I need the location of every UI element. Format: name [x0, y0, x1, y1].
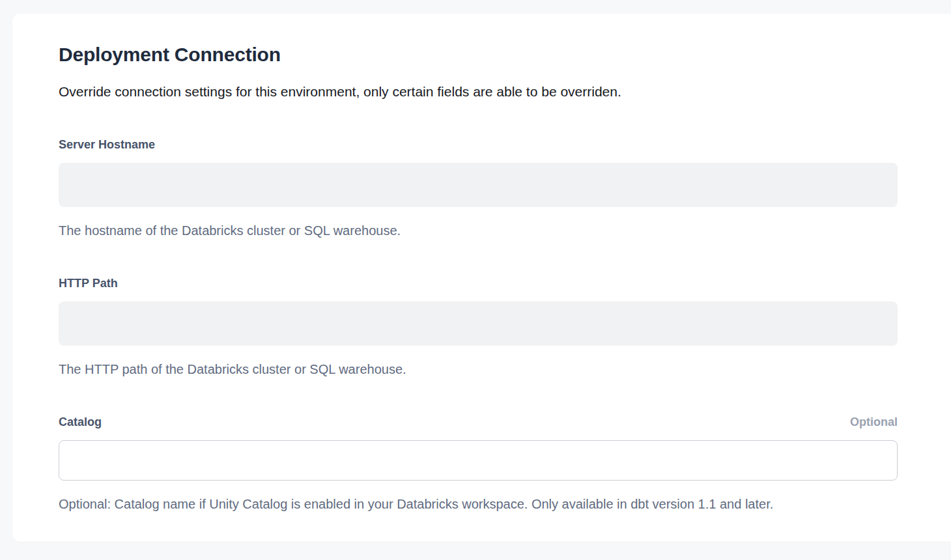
catalog-helper: Optional: Catalog name if Unity Catalog …	[59, 495, 898, 513]
catalog-input[interactable]	[59, 440, 898, 481]
field-catalog: Catalog Optional Optional: Catalog name …	[59, 414, 898, 513]
catalog-optional-badge: Optional	[850, 414, 898, 430]
field-label-row: HTTP Path	[59, 275, 898, 291]
server-hostname-helper: The hostname of the Databricks cluster o…	[59, 221, 898, 240]
settings-card: Deployment Connection Override connectio…	[12, 14, 951, 542]
server-hostname-label: Server Hostname	[59, 137, 155, 152]
field-label-row: Server Hostname	[59, 137, 898, 152]
catalog-label: Catalog	[59, 414, 102, 430]
page-subtitle: Override connection settings for this en…	[59, 83, 898, 101]
field-label-row: Catalog Optional	[59, 414, 898, 430]
page-title: Deployment Connection	[59, 43, 898, 66]
http-path-helper: The HTTP path of the Databricks cluster …	[59, 360, 898, 378]
http-path-input	[59, 301, 898, 346]
server-hostname-input	[59, 163, 898, 207]
http-path-label: HTTP Path	[59, 275, 118, 291]
field-server-hostname: Server Hostname The hostname of the Data…	[59, 137, 898, 240]
settings-card-content: Deployment Connection Override connectio…	[12, 14, 898, 513]
field-http-path: HTTP Path The HTTP path of the Databrick…	[59, 275, 898, 378]
